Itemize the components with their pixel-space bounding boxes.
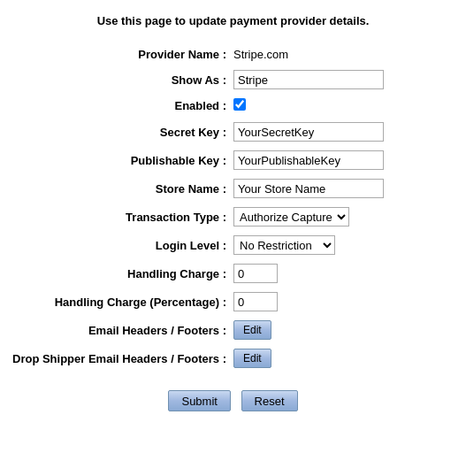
login-level-label: Login Level : bbox=[9, 231, 230, 259]
secret-key-row: Secret Key : bbox=[9, 118, 457, 146]
handling-charge-label: Handling Charge : bbox=[9, 259, 230, 288]
login-level-row: Login Level : No Restriction Login Requi… bbox=[9, 231, 457, 259]
page-container: Use this page to update payment provider… bbox=[0, 0, 466, 426]
email-headers-label: Email Headers / Footers : bbox=[9, 316, 230, 344]
email-headers-edit-button[interactable]: Edit bbox=[233, 320, 271, 340]
show-as-row: Show As : bbox=[9, 65, 457, 94]
store-name-label: Store Name : bbox=[9, 174, 230, 203]
enabled-label: Enabled : bbox=[9, 94, 230, 118]
publishable-key-input[interactable] bbox=[233, 150, 384, 170]
show-as-label: Show As : bbox=[9, 65, 230, 94]
provider-name-row: Provider Name : Stripe.com bbox=[9, 43, 457, 65]
publishable-key-row: Publishable Key : bbox=[9, 146, 457, 174]
reset-button[interactable]: Reset bbox=[241, 390, 298, 411]
store-name-input[interactable] bbox=[233, 179, 384, 198]
provider-name-value: Stripe.com bbox=[233, 48, 288, 61]
transaction-type-label: Transaction Type : bbox=[9, 203, 230, 231]
secret-key-input[interactable] bbox=[233, 122, 384, 142]
page-description: Use this page to update payment provider… bbox=[9, 14, 457, 27]
secret-key-label: Secret Key : bbox=[9, 118, 230, 146]
enabled-checkbox[interactable] bbox=[233, 98, 246, 111]
button-row: Submit Reset bbox=[9, 390, 457, 411]
handling-charge-input[interactable] bbox=[233, 264, 278, 283]
store-name-row: Store Name : bbox=[9, 174, 457, 203]
show-as-input[interactable] bbox=[233, 70, 384, 89]
transaction-type-select[interactable]: Authorize Capture Authorize Only Sale bbox=[233, 207, 349, 226]
drop-shipper-row: Drop Shipper Email Headers / Footers : E… bbox=[9, 344, 457, 372]
handling-charge-pct-input[interactable] bbox=[233, 292, 278, 311]
drop-shipper-edit-button[interactable]: Edit bbox=[233, 349, 271, 368]
publishable-key-label: Publishable Key : bbox=[9, 146, 230, 174]
form-table: Provider Name : Stripe.com Show As : Ena… bbox=[9, 43, 457, 372]
handling-charge-row: Handling Charge : bbox=[9, 259, 457, 288]
provider-name-label: Provider Name : bbox=[9, 43, 230, 65]
handling-charge-pct-row: Handling Charge (Percentage) : bbox=[9, 288, 457, 316]
enabled-row: Enabled : bbox=[9, 94, 457, 118]
handling-charge-pct-label: Handling Charge (Percentage) : bbox=[9, 288, 230, 316]
email-headers-row: Email Headers / Footers : Edit bbox=[9, 316, 457, 344]
transaction-type-row: Transaction Type : Authorize Capture Aut… bbox=[9, 203, 457, 231]
login-level-select[interactable]: No Restriction Login Required Guest Only bbox=[233, 235, 335, 255]
submit-button[interactable]: Submit bbox=[168, 390, 230, 411]
drop-shipper-label: Drop Shipper Email Headers / Footers : bbox=[9, 344, 230, 372]
